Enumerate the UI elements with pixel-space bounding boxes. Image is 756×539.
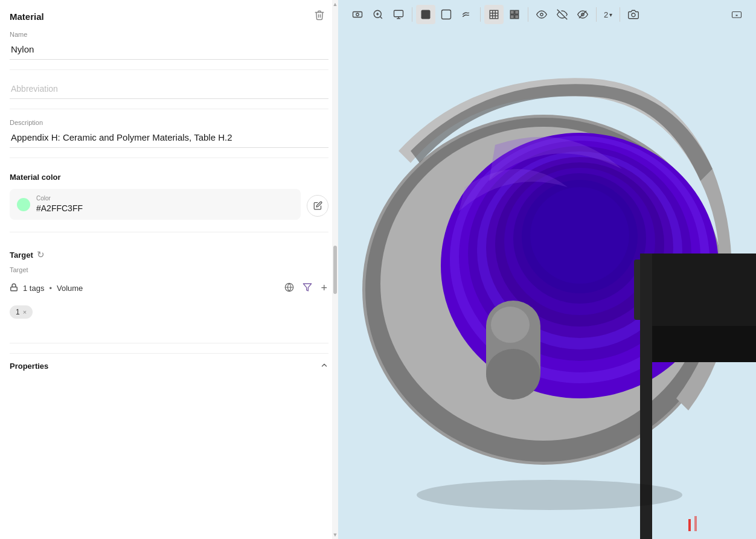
description-label: Description [10, 119, 328, 126]
toolbar-sep-3 [528, 7, 528, 22]
color-row: Color #A2FFC3FF [10, 189, 301, 220]
camera-fit-button[interactable] [348, 5, 367, 24]
svg-rect-22 [510, 15, 514, 19]
grid-solid-button[interactable] [505, 5, 524, 24]
svg-point-51 [530, 187, 629, 284]
scroll-down-arrow[interactable]: ▼ [333, 532, 338, 538]
name-label: Name [10, 31, 328, 38]
svg-point-5 [356, 13, 359, 16]
color-field-label: Color [36, 195, 293, 202]
eye-closed-button[interactable] [553, 5, 572, 24]
target-header: Target ↻ [10, 249, 328, 260]
toolbar-right [727, 5, 746, 24]
grid-outline-button[interactable] [484, 5, 504, 24]
svg-point-55 [491, 307, 530, 343]
globe-button[interactable] [283, 281, 295, 296]
material-color-section: Material color Color #A2FFC3FF [10, 173, 328, 222]
scroll-container: Name Description Material color Color [0, 31, 338, 539]
toolbar-sep-1 [412, 7, 412, 22]
target-row-right: + [283, 281, 328, 296]
view-count-label: 2 [604, 10, 608, 19]
eye-filter-button[interactable] [573, 5, 592, 24]
scroll-up-arrow[interactable]: ▲ [333, 1, 338, 7]
properties-label: Properties [10, 362, 48, 371]
tag-chip-close[interactable]: × [23, 308, 27, 316]
svg-rect-10 [394, 10, 403, 17]
properties-section: Properties [10, 353, 328, 376]
shaded-button[interactable] [416, 5, 435, 24]
divider-2 [10, 109, 328, 109]
svg-point-24 [540, 13, 543, 16]
right-panel: 2 ▾ [338, 0, 756, 539]
tags-count: 1 tags [23, 284, 44, 293]
color-swatch [17, 198, 30, 211]
divider-5 [10, 343, 328, 343]
svg-rect-20 [510, 10, 514, 14]
toolbar-sep-2 [480, 7, 481, 22]
svg-line-7 [380, 16, 382, 18]
name-input[interactable] [10, 40, 328, 60]
toolbar-sep-5 [620, 7, 620, 22]
svg-rect-58 [652, 326, 756, 362]
svg-marker-3 [304, 284, 312, 291]
target-field-label: Target [10, 266, 328, 273]
3d-viewport-svg [338, 0, 756, 539]
viewport-toolbar: 2 ▾ [348, 5, 746, 24]
description-field-group: Description [10, 119, 328, 148]
toolbar-group-grid [484, 5, 524, 24]
toolbar-group-visibility [532, 5, 592, 24]
dot-separator: • [49, 284, 52, 293]
left-panel: Material Name Description [0, 0, 338, 539]
svg-rect-60 [688, 519, 691, 531]
tag-value: 1 [16, 308, 20, 316]
svg-rect-61 [694, 516, 697, 531]
svg-rect-0 [11, 287, 18, 290]
chevron-up-icon [320, 361, 328, 371]
keyboard-shortcuts-button[interactable] [727, 5, 746, 24]
svg-point-28 [632, 13, 635, 17]
divider-4 [10, 232, 328, 232]
filter-button[interactable] [301, 281, 313, 296]
lock-icon [10, 283, 18, 293]
name-field-group: Name [10, 31, 328, 60]
edit-color-button[interactable] [307, 195, 328, 217]
view-count-button[interactable]: 2 ▾ [600, 8, 616, 22]
3d-scene-area[interactable] [338, 0, 756, 539]
svg-rect-29 [732, 12, 742, 18]
svg-rect-21 [515, 10, 519, 14]
tag-chip: 1 × [10, 305, 33, 319]
target-row-left: 1 tags • Volume [10, 283, 83, 293]
color-field-wrap: Color #A2FFC3FF [36, 195, 293, 214]
toolbar-sep-4 [596, 7, 597, 22]
add-target-button[interactable]: + [319, 281, 328, 296]
zoom-fit-button[interactable] [368, 5, 388, 24]
panel-title: Material [10, 11, 44, 22]
divider-3 [10, 158, 328, 158]
material-color-label: Material color [10, 173, 328, 182]
svg-rect-14 [442, 10, 451, 19]
volume-label: Volume [57, 284, 83, 293]
wireframe-button[interactable] [437, 5, 456, 24]
svg-rect-23 [515, 15, 519, 19]
properties-header[interactable]: Properties [10, 361, 328, 376]
screenshot-button[interactable] [624, 5, 643, 24]
display-button[interactable] [389, 5, 408, 24]
toolbar-group-shading [416, 5, 476, 24]
delete-button[interactable] [310, 8, 328, 25]
svg-point-59 [417, 480, 682, 510]
target-section: Target ↻ Target 1 tags • Volume [10, 249, 328, 319]
svg-rect-15 [490, 10, 498, 19]
scroll-thumb [333, 246, 337, 294]
eye-open-button[interactable] [532, 5, 551, 24]
sketch-button[interactable] [457, 5, 476, 24]
target-section-label: Target [10, 250, 33, 260]
description-input[interactable] [10, 129, 328, 148]
divider-1 [10, 69, 328, 70]
target-row: 1 tags • Volume [10, 277, 328, 299]
svg-point-54 [486, 349, 540, 400]
abbreviation-field-group [10, 80, 328, 99]
panel-header: Material [0, 0, 338, 31]
abbreviation-input[interactable] [10, 80, 328, 99]
refresh-icon[interactable]: ↻ [37, 249, 45, 260]
dropdown-arrow-icon: ▾ [609, 11, 612, 18]
